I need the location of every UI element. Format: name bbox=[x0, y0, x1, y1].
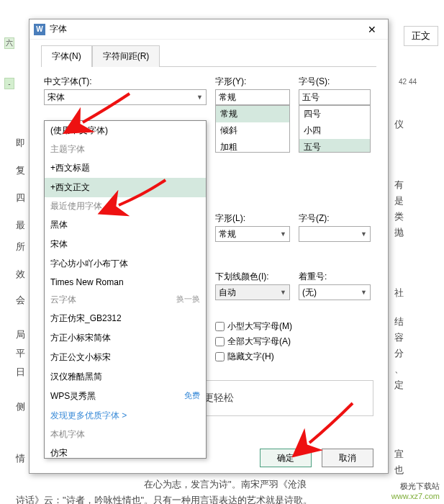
font-group-header: 本机字体 bbox=[45, 426, 206, 444]
size-value: 五号 bbox=[302, 91, 320, 104]
western-font-dropdown[interactable]: (使用中文字体)主题字体+西文标题+西文正文最近使用字体黑体宋体字心坊小吖小布丁… bbox=[44, 120, 207, 459]
font-option[interactable]: 仿宋 bbox=[45, 444, 206, 459]
chevron-down-icon: ▼ bbox=[361, 230, 367, 238]
complex-style-combo[interactable]: 常规 ▼ bbox=[215, 226, 290, 242]
tab-spacing[interactable]: 字符间距(R) bbox=[92, 45, 160, 67]
style-option[interactable]: 常规 bbox=[216, 106, 289, 122]
checkbox-hidden[interactable]: 隐藏文字(H) bbox=[215, 351, 373, 363]
bg-text: 定 bbox=[394, 376, 404, 395]
checkbox-label: 小型大写字母(M) bbox=[227, 320, 292, 333]
size-listbox[interactable]: 四号 小四 五号 bbox=[299, 105, 371, 153]
font-option[interactable]: 汉仪雅酷黑简 bbox=[45, 367, 206, 387]
font-option[interactable]: +西文标题 bbox=[45, 158, 206, 178]
underline-color-value: 自动 bbox=[219, 287, 236, 299]
label-complex-style: 字形(L): bbox=[215, 212, 290, 225]
outline-marker: - bbox=[4, 78, 14, 89]
bg-text: 会 bbox=[16, 291, 25, 310]
complex-size-combo[interactable]: ▼ bbox=[299, 226, 371, 242]
emphasis-combo[interactable]: (无) ▼ bbox=[299, 284, 371, 300]
font-option[interactable]: 方正仿宋_GB2312 bbox=[45, 309, 206, 328]
bg-text: 复 bbox=[16, 161, 25, 180]
complex-style-value: 常规 bbox=[219, 228, 236, 240]
app-icon: W bbox=[34, 24, 45, 35]
label-complex-size: 字号(Z): bbox=[299, 212, 371, 225]
style-value: 常规 bbox=[219, 91, 236, 104]
font-option[interactable]: 字心坊小吖小布丁体 bbox=[45, 254, 206, 274]
chevron-down-icon: ▼ bbox=[280, 289, 286, 296]
bg-text: 情 bbox=[16, 449, 25, 468]
bg-text: 效 bbox=[16, 265, 25, 284]
label-emphasis: 着重号: bbox=[299, 271, 371, 283]
bg-text: 四 bbox=[16, 189, 25, 207]
font-dialog: W 字体 ✕ 字体(N) 字符间距(R) 中文字体(T): 宋体 ▼ 字形(Y)… bbox=[29, 19, 389, 474]
size-input[interactable]: 五号 bbox=[299, 89, 371, 105]
font-option[interactable]: (使用中文字体) bbox=[45, 121, 206, 140]
chevron-down-icon: ▼ bbox=[196, 94, 203, 101]
underline-color-combo[interactable]: 自动 ▼ bbox=[215, 284, 290, 300]
chevron-down-icon: ▼ bbox=[280, 230, 286, 238]
font-option[interactable]: WPS灵秀黑免费 bbox=[45, 387, 206, 406]
chinese-font-value: 宋体 bbox=[47, 91, 65, 104]
size-option[interactable]: 小四 bbox=[299, 122, 370, 139]
font-option[interactable]: Times New Roman bbox=[45, 274, 206, 291]
chevron-down-icon: ▼ bbox=[361, 289, 367, 296]
bg-text: 局 bbox=[16, 325, 25, 344]
close-icon[interactable]: ✕ bbox=[361, 24, 384, 35]
watermark-url: www.xz7.com bbox=[391, 491, 440, 501]
bg-text: 抛 bbox=[394, 223, 404, 242]
bg-text: 即 bbox=[16, 134, 25, 153]
font-group-header: 最近使用字体 bbox=[45, 197, 206, 215]
font-option[interactable]: +西文正文 bbox=[45, 178, 206, 197]
emphasis-value: (无) bbox=[302, 287, 317, 299]
size-option[interactable]: 五号 bbox=[299, 139, 370, 153]
style-zhengwen-button[interactable]: 正文 bbox=[404, 26, 438, 46]
style-listbox[interactable]: 常规 倾斜 加粗 bbox=[215, 105, 290, 153]
font-option[interactable]: 黑体 bbox=[45, 215, 206, 235]
style-option[interactable]: 倾斜 bbox=[216, 122, 289, 139]
bg-text: 平 bbox=[16, 344, 25, 363]
watermark-text: 极光下载站 bbox=[391, 481, 440, 491]
bg-text: 最 bbox=[16, 216, 25, 235]
bg-text: 社 bbox=[394, 284, 404, 302]
bg-text: 日 bbox=[16, 363, 25, 382]
ruler-marks: 42 44 bbox=[399, 78, 417, 86]
bg-text-line: 诗话》云："诗者，吟咏性情也"。只有一种用言语表达的艺术就是诗歌。 bbox=[16, 491, 419, 504]
bg-text: 仪 bbox=[394, 115, 404, 134]
checkbox-label: 隐藏文字(H) bbox=[227, 351, 274, 363]
cancel-button[interactable]: 取消 bbox=[322, 449, 373, 467]
label-underline-color: 下划线颜色(I): bbox=[215, 271, 290, 283]
label-style: 字形(Y): bbox=[215, 76, 290, 88]
font-group-header: 主题字体 bbox=[45, 140, 206, 158]
dialog-tabs: 字体(N) 字符间距(R) bbox=[30, 40, 388, 67]
style-option[interactable]: 加粗 bbox=[216, 139, 289, 153]
chinese-font-combo[interactable]: 宋体 ▼ bbox=[44, 89, 207, 105]
label-size: 字号(S): bbox=[299, 76, 371, 88]
font-option[interactable]: 宋体 bbox=[45, 235, 206, 254]
checkbox-all-caps[interactable]: 全部大写字母(A) bbox=[215, 336, 373, 348]
checkbox-label: 全部大写字母(A) bbox=[227, 336, 291, 348]
checkbox-small-caps[interactable]: 小型大写字母(M) bbox=[215, 320, 373, 333]
bg-text: 侧 bbox=[16, 397, 25, 416]
discover-fonts-link[interactable]: 发现更多优质字体 > bbox=[45, 406, 206, 426]
checkbox-input[interactable] bbox=[215, 352, 225, 361]
font-group-header: 云字体换一换 bbox=[45, 291, 206, 309]
watermark: 极光下载站 www.xz7.com bbox=[391, 481, 440, 501]
bg-text: 所 bbox=[16, 238, 25, 256]
checkbox-input[interactable] bbox=[215, 322, 225, 331]
font-option[interactable]: 方正公文小标宋 bbox=[45, 348, 206, 367]
dialog-titlebar: W 字体 ✕ bbox=[30, 19, 388, 40]
ok-button[interactable]: 确定 bbox=[260, 449, 312, 467]
checkbox-input[interactable] bbox=[215, 337, 225, 346]
outline-marker: 六 bbox=[4, 37, 14, 49]
font-option[interactable]: 方正小标宋简体 bbox=[45, 328, 206, 348]
size-option[interactable]: 四号 bbox=[299, 106, 370, 122]
tab-font[interactable]: 字体(N) bbox=[41, 45, 92, 67]
label-chinese-font: 中文字体(T): bbox=[44, 76, 207, 88]
style-input[interactable]: 常规 bbox=[215, 89, 290, 105]
dialog-title: 字体 bbox=[50, 23, 361, 35]
